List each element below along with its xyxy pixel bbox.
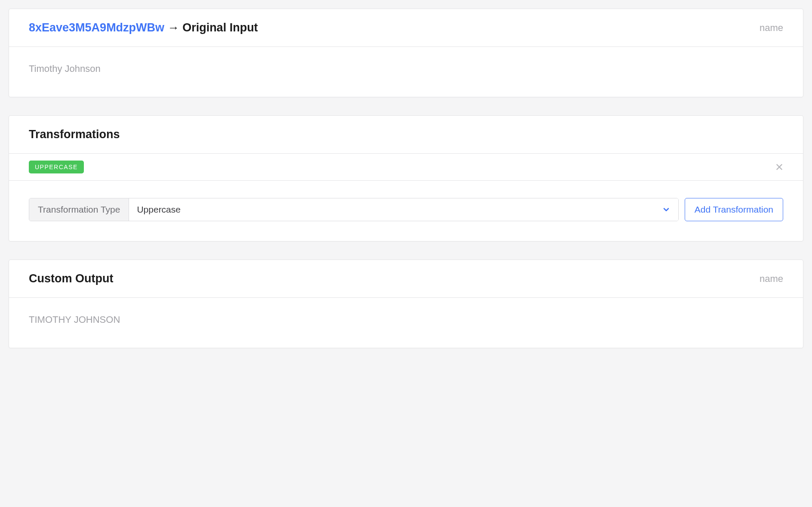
transformation-badge: UPPERCASE: [29, 161, 84, 173]
input-field-name: name: [760, 22, 783, 34]
close-icon[interactable]: [775, 163, 783, 171]
input-card-title: 8xEave3M5A9MdzpWBw → Original Input: [29, 21, 258, 34]
transformations-card: Transformations UPPERCASE Transformation…: [9, 115, 803, 241]
input-card-header: 8xEave3M5A9MdzpWBw → Original Input name: [9, 9, 803, 47]
arrow-separator: →: [168, 21, 179, 34]
transformation-form-row: Transformation Type Uppercase Add Transf…: [9, 181, 803, 241]
input-value: Timothy Johnson: [9, 47, 803, 97]
original-input-card: 8xEave3M5A9MdzpWBw → Original Input name…: [9, 9, 803, 97]
transformation-type-select[interactable]: Uppercase: [129, 198, 678, 221]
output-card-header: Custom Output name: [9, 260, 803, 298]
chevron-down-icon: [662, 205, 671, 214]
input-title-suffix: Original Input: [182, 21, 258, 34]
input-id-link[interactable]: 8xEave3M5A9MdzpWBw: [29, 21, 164, 34]
transformations-title: Transformations: [9, 116, 803, 154]
output-value: TIMOTHY JOHNSON: [9, 298, 803, 348]
transformation-selected-value: Uppercase: [137, 204, 181, 215]
transformation-type-label: Transformation Type: [29, 198, 129, 221]
output-field-name: name: [760, 273, 783, 284]
applied-transformation-row: UPPERCASE: [9, 154, 803, 181]
output-card-title: Custom Output: [29, 272, 113, 285]
transformation-input-group: Transformation Type Uppercase: [29, 198, 679, 221]
add-transformation-button[interactable]: Add Transformation: [685, 198, 783, 221]
custom-output-card: Custom Output name TIMOTHY JOHNSON: [9, 260, 803, 348]
